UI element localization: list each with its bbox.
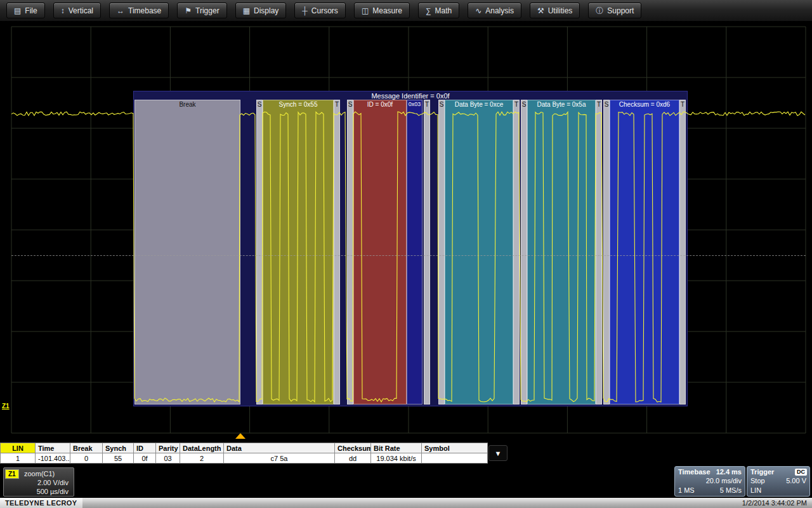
menu-label: Cursors [311, 6, 338, 15]
decode-message-title: Message Identifier = 0x0f [134, 91, 687, 100]
table-value-cell: 0 [70, 453, 103, 464]
file-icon: ▤ [14, 7, 21, 15]
decode-start-bit: S [347, 100, 353, 404]
start-bit-label: S [439, 100, 444, 109]
datetime: 1/2/2014 3:44:02 PM [742, 499, 812, 507]
decode-result-table: LIN Time Break Synch ID Parity DataLengt… [0, 443, 488, 464]
decode-field-label: 0x03 [407, 100, 422, 109]
decode-field-label: Data Byte = 0xce [445, 100, 513, 109]
zero-reference-line [11, 255, 806, 256]
table-value-cell: 55 [103, 453, 134, 464]
menu-label: Support [607, 6, 634, 15]
zoom-trace-tag: Z1 [5, 469, 19, 479]
table-header-cell: Symbol [422, 443, 488, 453]
menu-label: Analysis [485, 6, 514, 15]
menu-trigger-button[interactable]: ⚑Trigger [177, 3, 226, 18]
start-bit-label: S [348, 100, 353, 109]
waveform-display-area[interactable]: Message Identifier = 0x0f Break S Synch … [0, 22, 812, 439]
decode-stop-bit: T [679, 100, 686, 404]
trigger-position-marker[interactable] [235, 433, 246, 439]
table-bus-label[interactable]: LIN [1, 443, 36, 453]
table-header-cell: Synch [103, 443, 134, 453]
timebase-offset: 12.4 ms [716, 468, 742, 476]
table-row-index: 1 [1, 453, 36, 464]
table-header-cell: Checksum [335, 443, 371, 453]
menu-label: File [25, 6, 37, 15]
table-value-cell [422, 453, 488, 464]
cursors-icon: ┼ [302, 7, 308, 15]
brand-patch: TELEDYNE LECROY [0, 498, 82, 508]
trigger-title: Trigger [750, 468, 774, 476]
display-icon: ▦ [243, 7, 250, 15]
decode-field-data2: Data Byte = 0x5a [527, 100, 596, 404]
start-bit-label: S [604, 100, 609, 109]
trigger-icon: ⚑ [185, 7, 192, 15]
decode-field-data1: Data Byte = 0xce [445, 100, 513, 404]
table-value-cell: dd [335, 453, 371, 464]
decode-stop-bit: T [424, 100, 430, 404]
table-header-row: LIN Time Break Synch ID Parity DataLengt… [1, 443, 488, 453]
stop-bit-label: T [334, 100, 339, 109]
decode-field-label: Synch = 0x55 [263, 100, 333, 109]
menu-cursors-button[interactable]: ┼Cursors [294, 3, 346, 18]
stop-bit-label: T [680, 100, 685, 109]
decode-field-label: Checksum = 0xd6 [610, 100, 679, 109]
trigger-source: LIN [750, 486, 761, 494]
menu-display-button[interactable]: ▦Display [235, 3, 287, 18]
support-icon: ⓘ [596, 7, 603, 15]
menu-measure-button[interactable]: ◫Measure [354, 3, 410, 18]
menu-label: Utilities [548, 6, 573, 15]
decode-start-bit: S [256, 100, 263, 404]
start-bit-label: S [257, 100, 262, 109]
table-value-cell: 2 [180, 453, 224, 464]
decode-field-synch: Synch = 0x55 [263, 100, 334, 404]
decode-field-label: Break [135, 100, 240, 109]
decode-field-break: Break [134, 100, 240, 404]
menu-file-button[interactable]: ▤File [6, 3, 45, 18]
stop-bit-label: T [596, 100, 601, 109]
status-bar: TELEDYNE LECROY 1/2/2014 3:44:02 PM [0, 498, 812, 508]
zoom-trace-label[interactable]: Z1 [2, 403, 10, 410]
stop-bit-label: T [424, 100, 429, 109]
brand-logo: TELEDYNE LECROY [5, 499, 77, 507]
decode-stop-bit: T [334, 100, 340, 404]
start-bit-label: S [521, 100, 527, 109]
menu-utilities-button[interactable]: ⚒Utilities [530, 3, 580, 18]
timebase-panel[interactable]: Timebase 12.4 ms 20.0 ms/div 1 MS 5 MS/s [674, 466, 745, 497]
menu-label: Display [254, 6, 278, 15]
menu-timebase-button[interactable]: ↔Timebase [109, 3, 169, 18]
table-header-cell: Data [224, 443, 335, 453]
table-value-cell: 19.034 kbit/s [371, 453, 422, 464]
menu-math-button[interactable]: ∑Math [418, 3, 459, 18]
table-header-cell: DataLength [180, 443, 224, 453]
menu-analysis-button[interactable]: ∿Analysis [468, 3, 521, 18]
table-header-cell: Time [36, 443, 70, 453]
menu-support-button[interactable]: ⓘSupport [588, 3, 641, 18]
timebase-samples: 1 MS [678, 486, 695, 494]
decode-field-parity: 0x03 [407, 100, 422, 404]
menu-vertical-button[interactable]: ↕Vertical [53, 3, 101, 18]
table-dropdown-button[interactable]: ▼ [488, 445, 508, 461]
menu-label: Timebase [128, 6, 161, 15]
table-value-cell: c7 5a [224, 453, 335, 464]
stop-bit-label: T [514, 100, 519, 109]
zoom-descriptor-panel[interactable]: Z1 zoom(C1) 2.00 V/div 500 µs/div [3, 467, 74, 497]
menu-label: Vertical [69, 6, 93, 15]
decode-field-id: ID = 0x0f [353, 100, 407, 404]
measure-icon: ◫ [362, 7, 369, 15]
trigger-panel[interactable]: Trigger DC Stop 5.00 V LIN [747, 466, 810, 497]
timebase-sample-rate: 5 MS/s [720, 486, 742, 494]
analysis-icon: ∿ [475, 7, 481, 15]
timebase-title: Timebase [678, 468, 710, 476]
math-icon: ∑ [426, 7, 431, 15]
table-row: 1 -101.403... 0 55 0f 03 2 c7 5a dd 19.0… [1, 453, 488, 464]
decode-start-bit: S [438, 100, 445, 404]
menu-bar: ▤File ↕Vertical ↔Timebase ⚑Trigger ▦Disp… [0, 0, 812, 22]
decode-field-checksum: Checksum = 0xd6 [610, 100, 679, 404]
decode-field-label: Data Byte = 0x5a [528, 100, 595, 109]
trigger-level: 5.00 V [786, 477, 806, 485]
decode-start-bit: S [521, 100, 527, 404]
decode-stop-bit: T [596, 100, 602, 404]
decode-field-label: ID = 0x0f [354, 100, 406, 109]
zoom-time-per-div: 500 µs/div [37, 488, 69, 495]
